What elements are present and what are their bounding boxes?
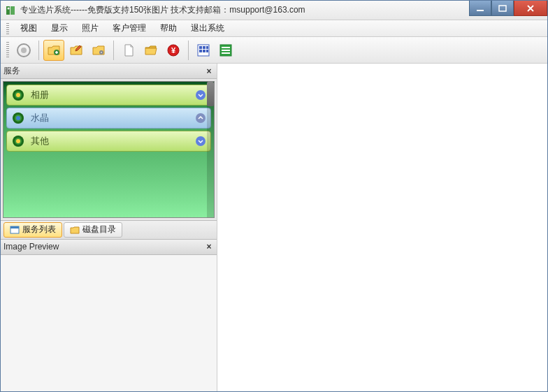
main-content-area — [217, 64, 547, 391]
window-controls — [469, 1, 547, 16]
left-panel: 服务 × 相册 — [1, 64, 217, 391]
maximize-button[interactable] — [491, 1, 514, 16]
tab-label: 磁盘目录 — [82, 224, 116, 235]
app-icon — [5, 5, 16, 16]
svg-rect-4 — [499, 6, 506, 11]
wreath-icon — [11, 134, 25, 148]
titlebar[interactable]: 专业选片系统------免费版支持150张图片 技术支持邮箱：msupport@… — [1, 1, 547, 20]
preview-panel-close-icon[interactable]: × — [204, 242, 214, 252]
svg-point-33 — [16, 139, 20, 143]
svg-rect-21 — [222, 50, 230, 51]
service-panel-close-icon[interactable]: × — [204, 66, 214, 76]
service-panel-content: 相册 水晶 — [1, 79, 217, 220]
svg-rect-22 — [222, 52, 230, 54]
close-button[interactable] — [514, 1, 547, 16]
service-panel-title: 服务 — [3, 65, 20, 77]
svg-rect-36 — [10, 226, 19, 228]
svg-point-9 — [101, 52, 102, 53]
service-row-other[interactable]: 其他 — [6, 131, 211, 152]
service-row-crystal[interactable]: 水晶 — [6, 108, 211, 129]
service-row-label: 相册 — [31, 89, 189, 101]
service-panel-header[interactable]: 服务 × — [1, 64, 217, 79]
toolbar-separator — [113, 41, 114, 60]
body-area: 服务 × 相册 — [1, 64, 547, 391]
svg-rect-1 — [10, 6, 15, 15]
tool-open-folder-button[interactable] — [140, 40, 161, 61]
service-row-label: 水晶 — [31, 112, 189, 124]
svg-point-2 — [8, 7, 10, 9]
service-scrollbar[interactable] — [207, 82, 214, 217]
wreath-icon — [11, 111, 25, 125]
window-icon — [10, 225, 20, 235]
tab-service-list[interactable]: 服务列表 — [3, 222, 62, 238]
preview-panel-header[interactable]: Image Preview × — [1, 240, 217, 255]
toolbar: ¥ — [1, 37, 547, 64]
toolbar-separator — [38, 41, 39, 60]
minimize-button[interactable] — [469, 1, 491, 16]
tab-disk-directory[interactable]: 磁盘目录 — [64, 222, 122, 238]
window-title: 专业选片系统------免费版支持150张图片 技术支持邮箱：msupport@… — [20, 4, 305, 16]
preview-panel-title: Image Preview — [3, 242, 59, 252]
tool-list-view-button[interactable] — [215, 40, 236, 61]
svg-point-25 — [16, 93, 20, 97]
svg-rect-3 — [477, 10, 484, 11]
tool-grid-view-button[interactable] — [193, 40, 214, 61]
svg-rect-16 — [199, 50, 202, 52]
menu-view[interactable]: 视图 — [13, 20, 44, 36]
menu-photo[interactable]: 照片 — [75, 20, 106, 36]
svg-point-6 — [21, 48, 27, 53]
menu-customer[interactable]: 客户管理 — [106, 20, 153, 36]
folder-icon — [70, 225, 80, 235]
svg-point-34 — [196, 136, 206, 146]
main-window: 专业选片系统------免费版支持150张图片 技术支持邮箱：msupport@… — [0, 0, 548, 392]
svg-point-29 — [16, 116, 20, 120]
svg-rect-17 — [203, 50, 206, 52]
svg-rect-13 — [199, 46, 202, 49]
menu-display[interactable]: 显示 — [44, 20, 75, 36]
chevron-down-icon[interactable] — [195, 89, 206, 101]
svg-rect-14 — [203, 46, 206, 49]
toolbar-grip-icon — [6, 42, 9, 59]
menu-grip-icon — [6, 23, 9, 34]
service-row-album[interactable]: 相册 — [6, 85, 211, 106]
tool-edit-folder-button[interactable] — [66, 40, 87, 61]
service-tabs: 服务列表 磁盘目录 — [1, 220, 217, 240]
svg-rect-20 — [222, 47, 230, 48]
svg-point-30 — [196, 113, 206, 123]
toolbar-separator — [188, 41, 189, 60]
menu-help[interactable]: 帮助 — [153, 20, 184, 36]
scrollbar-thumb[interactable] — [207, 82, 214, 106]
tool-price-button[interactable]: ¥ — [163, 40, 184, 61]
menubar: 视图 显示 照片 客户管理 帮助 退出系统 — [1, 20, 547, 37]
menu-exit[interactable]: 退出系统 — [184, 20, 231, 36]
chevron-down-icon[interactable] — [195, 136, 206, 147]
svg-point-26 — [196, 90, 206, 100]
tool-circle-button[interactable] — [13, 40, 34, 61]
svg-text:¥: ¥ — [171, 46, 176, 55]
tool-new-document-button[interactable] — [118, 40, 139, 61]
service-row-label: 其他 — [31, 135, 189, 147]
svg-rect-15 — [206, 46, 208, 49]
chevron-up-icon[interactable] — [195, 112, 206, 124]
tool-settings-folder-button[interactable] — [88, 40, 109, 61]
wreath-icon — [11, 88, 25, 102]
service-list-box: 相册 水晶 — [3, 81, 215, 218]
tab-label: 服务列表 — [22, 224, 56, 235]
preview-panel — [1, 255, 217, 392]
preview-body — [1, 255, 217, 392]
svg-rect-18 — [206, 50, 208, 52]
tool-add-folder-button[interactable] — [43, 40, 64, 61]
